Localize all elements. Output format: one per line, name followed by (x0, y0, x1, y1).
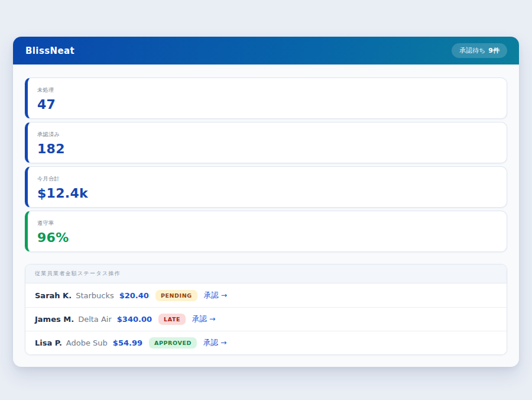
table-header: 従業員業者金額ステータス操作 (25, 264, 507, 283)
expense-amount: $20.40 (119, 291, 149, 300)
stat-value: 96% (37, 230, 497, 245)
table-row: Sarah K. Starbucks $20.40 PENDING 承認 → (25, 283, 507, 307)
stat-card-monthly-total: 今月合計 $12.4k (25, 166, 507, 208)
table-row: Lisa P. Adobe Sub $54.99 APPROVED 承認 → (25, 331, 507, 354)
stat-value: 182 (37, 141, 497, 156)
employee-name: James M. (35, 315, 74, 324)
expenses-table: 従業員業者金額ステータス操作 Sarah K. Starbucks $20.40… (25, 264, 507, 355)
dashboard-body: 未処理 47 承認済み 182 今月合計 $12.4k 遵守率 96% 従業員業… (13, 64, 519, 367)
main-app-card: BlissNeat 承認待ち 9件 未処理 47 承認済み 182 今月合計 $… (13, 37, 519, 367)
pending-count-badge: 承認待ち 9件 (452, 43, 507, 58)
pending-count-label: 承認待ち (459, 46, 485, 55)
expense-amount: $54.99 (113, 338, 142, 347)
stat-value: 47 (37, 97, 497, 112)
stat-card-approved: 承認済み 182 (25, 122, 507, 163)
table-row: James M. Delta Air $340.00 LATE 承認 → (25, 307, 507, 331)
status-badge: APPROVED (149, 337, 197, 349)
app-title: BlissNeat (25, 46, 74, 56)
employee-name: Lisa P. (35, 338, 62, 347)
expense-amount: $340.00 (117, 315, 152, 324)
employee-name: Sarah K. (35, 291, 72, 300)
stat-card-compliance-rate: 遵守率 96% (25, 211, 507, 252)
stat-label: 今月合計 (37, 175, 497, 183)
approve-link[interactable]: 承認 → (192, 314, 215, 324)
status-badge: LATE (158, 314, 186, 325)
stat-card-unprocessed: 未処理 47 (25, 78, 507, 119)
app-header: BlissNeat 承認待ち 9件 (13, 37, 519, 64)
vendor-name: Starbucks (76, 291, 114, 300)
status-badge: PENDING (155, 290, 197, 301)
pending-count-value: 9件 (488, 46, 499, 55)
vendor-name: Adobe Sub (66, 338, 108, 347)
approve-link[interactable]: 承認 → (203, 338, 226, 348)
approve-link[interactable]: 承認 → (204, 291, 227, 301)
stat-label: 遵守率 (37, 220, 497, 227)
vendor-name: Delta Air (78, 315, 112, 324)
stat-label: 未処理 (37, 86, 497, 94)
stat-label: 承認済み (37, 131, 497, 138)
stat-value: $12.4k (37, 186, 497, 201)
